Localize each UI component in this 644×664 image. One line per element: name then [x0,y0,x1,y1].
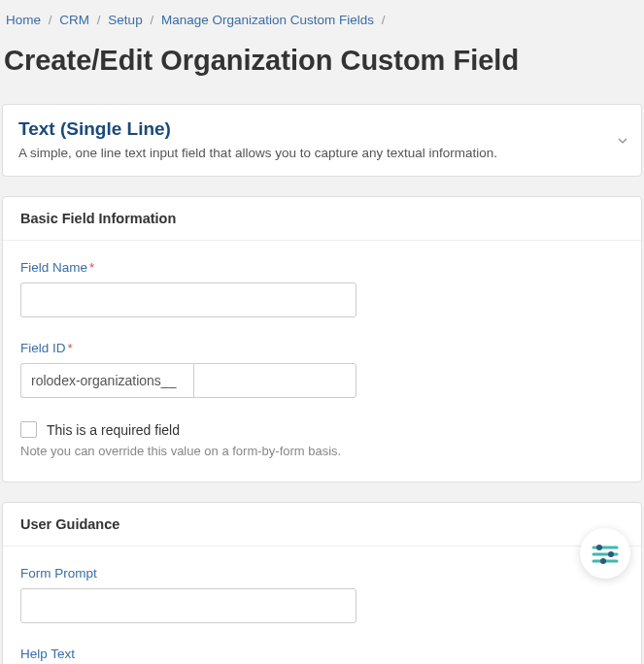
breadcrumb-sep: / [150,13,153,27]
field-id-prefix: rolodex-organizations__ [20,363,193,398]
breadcrumb-crm[interactable]: CRM [59,13,89,27]
breadcrumb-setup[interactable]: Setup [108,13,142,27]
field-name-label: Field Name* [20,260,624,275]
basic-field-info-section: Basic Field Information Field Name* Fiel… [2,196,642,482]
required-note: Note you can override this value on a fo… [20,444,624,458]
breadcrumb: Home / CRM / Setup / Manage Organization… [0,0,644,37]
help-widget-button[interactable] [580,528,630,579]
required-asterisk: * [68,341,73,355]
field-type-selector[interactable]: Text (Single Line) A simple, one line te… [2,104,642,177]
breadcrumb-sep: / [49,13,52,27]
form-prompt-input[interactable] [20,588,356,623]
field-name-label-text: Field Name [20,260,87,275]
required-checkbox-label: This is a required field [47,422,180,438]
field-name-input[interactable] [20,282,356,317]
caret-down-icon [618,138,627,144]
field-name-group: Field Name* [20,260,624,317]
svg-point-3 [608,551,614,557]
sliders-icon [591,543,620,564]
field-id-group: Field ID* rolodex-organizations__ [20,341,624,398]
svg-point-5 [600,558,606,564]
help-text-label: Help Text [20,647,624,661]
required-checkbox[interactable] [20,421,37,438]
field-id-label-text: Field ID [20,341,66,355]
field-type-title: Text (Single Line) [18,118,626,140]
breadcrumb-sep: / [382,13,386,27]
form-prompt-group: Form Prompt [20,566,624,623]
breadcrumb-manage[interactable]: Manage Organization Custom Fields [161,13,374,27]
form-prompt-label: Form Prompt [20,566,624,581]
section-heading-basic: Basic Field Information [3,197,641,241]
section-heading-guidance: User Guidance [3,503,641,547]
breadcrumb-home[interactable]: Home [6,13,41,27]
field-id-label: Field ID* [20,341,624,355]
user-guidance-section: User Guidance Form Prompt Help Text This… [2,502,642,664]
help-text-group: Help Text This help text appears underne… [20,647,624,664]
required-field-group: This is a required field Note you can ov… [20,421,624,458]
field-type-description: A simple, one line text input field that… [18,146,626,160]
svg-point-1 [596,545,602,550]
breadcrumb-sep: / [97,13,101,27]
field-id-input[interactable] [193,363,356,398]
required-asterisk: * [89,260,94,275]
page-title: Create/Edit Organization Custom Field [0,37,644,104]
